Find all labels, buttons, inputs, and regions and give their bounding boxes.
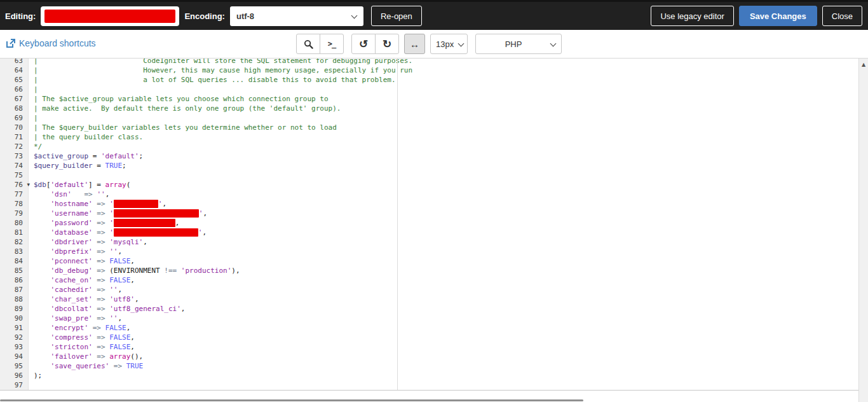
search-button[interactable]: [296, 34, 320, 54]
redo-button[interactable]: ↻: [375, 34, 399, 54]
code-line[interactable]: | The $query_builder variables lets you …: [34, 123, 858, 132]
line-number: 82: [0, 237, 28, 247]
code-line[interactable]: 'dbcollat' => 'utf8_general_ci',: [34, 304, 858, 314]
console-button[interactable]: >_: [320, 34, 344, 54]
line-number: 91: [0, 323, 28, 333]
keyboard-shortcuts-link[interactable]: Keyboard shortcuts: [6, 38, 96, 48]
line-number: 74: [0, 161, 28, 170]
code-line[interactable]: 'pconnect' => FALSE,: [34, 256, 858, 266]
code-line[interactable]: 'dbprefix' => '',: [34, 247, 858, 256]
code-line[interactable]: |: [34, 85, 858, 94]
code-line[interactable]: 'compress' => FALSE,: [34, 333, 858, 342]
code-line[interactable]: 'save_queries' => TRUE: [34, 361, 858, 371]
code-line[interactable]: 'db_debug' => (ENVIRONMENT !== 'producti…: [34, 266, 858, 275]
vertical-scrollbar[interactable]: ▲: [858, 59, 868, 402]
code-line[interactable]: 'char_set' => 'utf8',: [34, 295, 858, 304]
code-line[interactable]: 'cachedir' => '',: [34, 285, 858, 295]
line-number: 73: [0, 151, 28, 161]
code-line[interactable]: $db['default'] = array(: [34, 180, 858, 190]
line-number: 83: [0, 247, 28, 256]
line-number: 66: [0, 85, 28, 94]
code-lines[interactable]: | CodeIgniter will store the SQL stateme…: [29, 59, 858, 390]
gutter: 6364656667686970717273747576▾77787980818…: [0, 59, 29, 390]
editor-toolbar: Keyboard shortcuts >_ ↺ ↻ ↔ 13px: [0, 30, 868, 59]
editor-header-bar: Editing: Encoding: utf-8 Re-open Use leg…: [0, 0, 868, 30]
line-number: 75: [0, 170, 28, 180]
fold-arrow-icon[interactable]: ▾: [27, 180, 30, 190]
filename-redaction: [44, 10, 175, 23]
word-wrap-toggle[interactable]: ↔: [404, 34, 425, 54]
encoding-label: Encoding:: [184, 11, 225, 21]
code-line[interactable]: 'stricton' => FALSE,: [34, 342, 858, 352]
line-number: 86: [0, 275, 28, 285]
terminal-icon: >_: [328, 39, 336, 48]
code-line[interactable]: | make active. By default there is only …: [34, 104, 858, 113]
code-line[interactable]: );: [34, 371, 858, 380]
redacted-value: [114, 209, 199, 218]
line-number: 68: [0, 104, 28, 113]
encoding-select[interactable]: utf-8: [230, 6, 363, 26]
line-number: 81: [0, 228, 28, 237]
line-number: 63: [0, 59, 28, 66]
undo-button[interactable]: ↺: [351, 34, 376, 54]
chevron-down-icon: [550, 41, 556, 47]
use-legacy-editor-button[interactable]: Use legacy editor: [651, 6, 733, 26]
line-number: 94: [0, 352, 28, 361]
line-number: 76▾: [0, 180, 28, 190]
line-number: 95: [0, 361, 28, 371]
code-line[interactable]: |: [34, 113, 858, 123]
external-link-icon: [6, 39, 15, 48]
editing-label: Editing:: [5, 11, 36, 21]
horizontal-scrollbar-thumb[interactable]: [0, 399, 583, 401]
line-number: 69: [0, 113, 28, 123]
save-changes-button[interactable]: Save Changes: [739, 6, 817, 26]
redacted-value: [114, 219, 175, 227]
code-line[interactable]: | CodeIgniter will store the SQL stateme…: [34, 59, 858, 66]
code-line[interactable]: 'hostname' => '',: [34, 199, 858, 209]
reopen-button[interactable]: Re-open: [371, 6, 422, 26]
line-number: 71: [0, 132, 28, 142]
code-line[interactable]: 'failover' => array(),: [34, 352, 858, 361]
font-size-select[interactable]: 13px: [430, 34, 468, 54]
line-number: 89: [0, 304, 28, 314]
encoding-value: utf-8: [236, 11, 254, 21]
keyboard-shortcuts-label: Keyboard shortcuts: [19, 38, 96, 48]
line-number: 77: [0, 190, 28, 199]
line-number: 65: [0, 75, 28, 85]
code-line[interactable]: | However, this may cause high memory us…: [34, 66, 858, 75]
line-number: 97: [0, 380, 28, 390]
undo-icon: ↺: [359, 38, 368, 51]
code-line[interactable]: 'database' => '',: [34, 228, 858, 237]
code-line[interactable]: 'username' => '',: [34, 209, 858, 218]
code-line[interactable]: | The $active_group variable lets you ch…: [34, 94, 858, 104]
code-line[interactable]: 'dbdriver' => 'mysqli',: [34, 237, 858, 247]
code-line[interactable]: $query_builder = TRUE;: [34, 161, 858, 170]
redo-icon: ↻: [383, 38, 391, 51]
print-margin-ruler: [397, 59, 398, 390]
code-line[interactable]: $active_group = 'default';: [34, 151, 858, 161]
code-line[interactable]: 'swap_pre' => '',: [34, 314, 858, 323]
code-line[interactable]: 'cache_on' => FALSE,: [34, 275, 858, 285]
code-editor[interactable]: 6364656667686970717273747576▾77787980818…: [0, 59, 858, 391]
code-line[interactable]: */: [34, 142, 858, 151]
code-line[interactable]: 'dsn' => '',: [34, 190, 858, 199]
scroll-up-arrow-icon[interactable]: ▲: [859, 59, 868, 67]
syntax-mode-select[interactable]: PHP: [475, 34, 562, 54]
line-number: 87: [0, 285, 28, 295]
line-number: 88: [0, 295, 28, 304]
close-button[interactable]: Close: [822, 6, 862, 26]
font-size-value: 13px: [436, 39, 454, 49]
code-line[interactable]: 'password' => ',: [34, 218, 858, 228]
line-number: 85: [0, 266, 28, 275]
search-icon: [304, 39, 313, 49]
code-line[interactable]: | a lot of SQL queries ... disable this …: [34, 75, 858, 85]
code-line[interactable]: 'encrypt' => FALSE,: [34, 323, 858, 333]
code-line[interactable]: | the query builder class.: [34, 132, 858, 142]
code-line[interactable]: [34, 170, 858, 180]
code-line[interactable]: [34, 380, 858, 390]
line-number: 96: [0, 371, 28, 380]
chevron-down-icon: [458, 41, 464, 47]
line-number: 67: [0, 94, 28, 104]
redacted-value: [114, 228, 198, 237]
line-number: 78: [0, 199, 28, 209]
